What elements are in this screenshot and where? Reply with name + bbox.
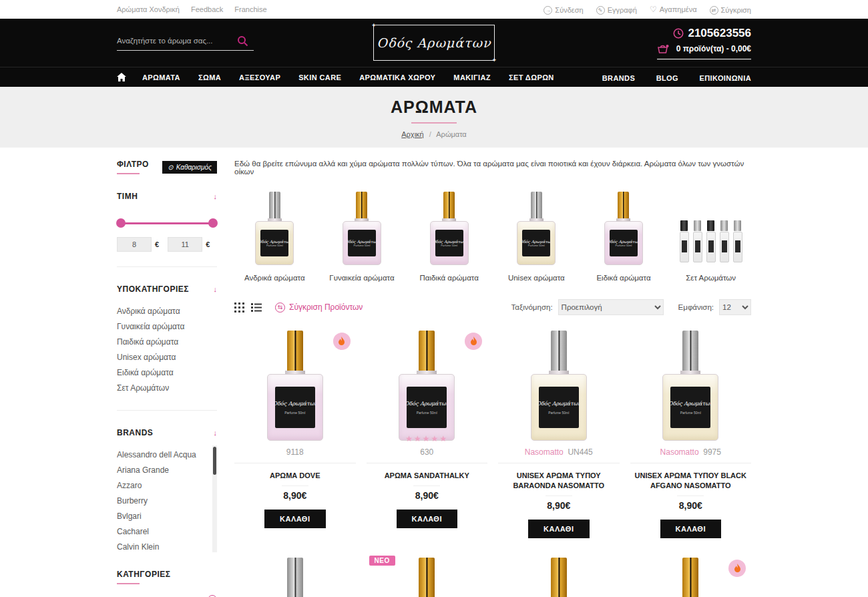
- chevron-down-icon[interactable]: ↓: [214, 285, 218, 293]
- product-image[interactable]: Οδός ΑρωμάτωνParfume 50ml: [498, 326, 620, 441]
- product-name[interactable]: UNISEX ΑΡΩΜΑ ΤΥΠΟΥ BARAONDA NASOMATTO: [502, 471, 616, 491]
- price-max-input[interactable]: [168, 237, 202, 252]
- category-thumb-eidika[interactable]: Οδός ΑρωμάτωνParfume 50ml Ειδικά αρώματα: [584, 190, 664, 282]
- flame-icon: [469, 337, 478, 346]
- site-logo[interactable]: ✦ Οδός Αρωμάτων ✦: [373, 25, 495, 61]
- brand-item[interactable]: Bvlgari: [117, 508, 209, 524]
- nav-skincare[interactable]: SKIN CARE: [298, 73, 341, 81]
- title-divider: [411, 122, 457, 124]
- brands-scrollbar[interactable]: [212, 445, 217, 552]
- product-image[interactable]: Οδός ΑρωμάτωνParfume 50ml ★★★★★: [367, 326, 488, 441]
- product-name[interactable]: ΑΡΩΜΑ SANDATHALKY: [371, 471, 484, 481]
- add-to-cart-button[interactable]: ΚΑΛΑΘΙ: [660, 520, 722, 538]
- home-icon: [117, 73, 126, 81]
- currency-label: €: [155, 240, 159, 248]
- flame-icon: [337, 337, 346, 346]
- subcategory-item[interactable]: Παιδικά αρώματα: [117, 334, 217, 349]
- perfume-bottle-image: Οδός ΑρωμάτωνParfume 50ml: [343, 192, 381, 265]
- site-header: ✦ Οδός Αρωμάτων ✦ 2105623556 0 προϊόν(τα…: [0, 19, 868, 67]
- subcategory-item[interactable]: Σετ Αρωμάτων: [117, 380, 217, 395]
- product-image[interactable]: Οδός ΑρωμάτωνParfume 50ml: [234, 326, 356, 441]
- currency-label: €: [206, 240, 210, 248]
- add-to-cart-button[interactable]: ΚΑΛΑΘΙ: [528, 520, 590, 538]
- card-divider: [498, 463, 620, 463]
- product-name[interactable]: ΑΡΩΜΑ DOVE: [238, 471, 352, 481]
- list-view-button[interactable]: [251, 303, 262, 313]
- category-thumb-gynaikeia[interactable]: Οδός ΑρωμάτωνParfume 50ml Γυναικεία αρώμ…: [322, 190, 403, 282]
- category-thumb-andrika[interactable]: Οδός ΑρωμάτωνParfume 50ml Ανδρικά αρώματ…: [234, 190, 315, 282]
- subcategory-item[interactable]: Γυναικεία αρώματα: [117, 319, 217, 334]
- breadcrumb-home[interactable]: Αρχική: [401, 130, 423, 138]
- product-image[interactable]: Οδός ΑρωμάτωνParfume 50ml: [234, 553, 356, 597]
- chevron-down-icon[interactable]: ↓: [214, 192, 218, 200]
- clear-filters-button[interactable]: ⊙ Καθαρισμός: [162, 161, 217, 174]
- category-thumb-set[interactable]: Σετ Αρωμάτων: [670, 190, 751, 282]
- sort-select[interactable]: Προεπιλογή: [558, 299, 664, 315]
- price-section-title: ΤΙΜΗ: [117, 192, 138, 201]
- slider-handle-min[interactable]: [116, 218, 126, 228]
- subcategory-item[interactable]: Ανδρικά αρώματα: [117, 303, 217, 319]
- compare-icon: ⇄: [710, 6, 718, 15]
- wholesale-link[interactable]: Αρώματα Χονδρική: [117, 5, 180, 13]
- brand-item[interactable]: Cacharel: [117, 524, 209, 539]
- home-button[interactable]: [117, 73, 126, 81]
- feedback-link[interactable]: Feedback: [191, 5, 223, 13]
- nav-makigiaz[interactable]: ΜΑΚΙΓΙΑΖ: [453, 73, 491, 81]
- login-link[interactable]: →Σύνδεση: [544, 6, 583, 15]
- compare-link[interactable]: ⇄Σύγκριση: [710, 6, 751, 15]
- product-image[interactable]: Οδός ΑρωμάτωνParfume 50ml: [630, 553, 752, 597]
- search-input[interactable]: [117, 37, 237, 45]
- franchise-link[interactable]: Franchise: [234, 5, 266, 13]
- brands-scrollbar-thumb[interactable]: [213, 447, 216, 475]
- perfume-bottle-image: Οδός ΑρωμάτωνParfume 50ml: [267, 558, 323, 597]
- breadcrumb: Αρχική / Αρώματα: [0, 130, 868, 138]
- perfume-bottle-image: Οδός ΑρωμάτωνParfume 50ml: [531, 331, 587, 441]
- nav-set-doron[interactable]: ΣΕΤ ΔΩΡΩΝ: [509, 73, 554, 81]
- register-link[interactable]: ✎Εγγραφή: [596, 6, 637, 15]
- category-thumb-unisex[interactable]: Οδός ΑρωμάτωνParfume 50ml Unisex αρώματα: [496, 190, 577, 282]
- nav-axesouar[interactable]: ΑΞΕΣΟΥΑΡ: [239, 73, 280, 81]
- product-brand[interactable]: Nasomatto: [525, 447, 564, 457]
- search-icon[interactable]: [237, 35, 248, 47]
- price-range-slider[interactable]: [117, 218, 217, 228]
- wishlist-link[interactable]: ♡Αγαπημένα: [650, 5, 697, 14]
- compare-products-link[interactable]: ⇆ Σύγκριση Προϊόντων: [275, 303, 363, 313]
- cart-button[interactable]: 0 προϊόν(τα) - 0,00€: [657, 43, 751, 59]
- grid-view-button[interactable]: [234, 303, 244, 313]
- brand-item[interactable]: Azzaro: [117, 477, 209, 493]
- brand-item[interactable]: Ariana Grande: [117, 462, 209, 477]
- product-image[interactable]: Οδός ΑρωμάτωνParfume 50ml: [498, 553, 620, 597]
- card-divider: [367, 463, 488, 463]
- nav-soma[interactable]: ΣΩΜΑ: [198, 73, 221, 81]
- product-brand[interactable]: Nasomatto: [660, 447, 699, 457]
- show-select[interactable]: 12: [719, 299, 751, 315]
- add-to-cart-button[interactable]: ΚΑΛΑΘΙ: [397, 510, 458, 528]
- nav-brands[interactable]: BRANDS: [602, 74, 635, 82]
- cart-summary: 0 προϊόν(τα) - 0,00€: [676, 44, 751, 53]
- top-utility-bar: Αρώματα Χονδρική Feedback Franchise →Σύν…: [0, 0, 868, 19]
- nav-aromatika-xorou[interactable]: ΑΡΩΜΑΤΙΚΑ ΧΩΡΟΥ: [359, 73, 435, 81]
- product-price: 8,90€: [234, 490, 356, 501]
- product-image[interactable]: ΝΕΟ Οδός ΑρωμάτωνParfume 50ml: [367, 553, 488, 597]
- brand-item[interactable]: Burberry: [117, 493, 209, 508]
- name-divider: [677, 495, 704, 496]
- subcategory-item[interactable]: Unisex αρώματα: [117, 349, 217, 365]
- chevron-down-icon[interactable]: ↓: [214, 429, 218, 437]
- product-name[interactable]: UNISEX ΑΡΩΜΑ ΤΥΠΟΥ BLACK AFGANO NASOMATT…: [634, 471, 748, 491]
- nav-epikoinonia[interactable]: ΕΠΙΚΟΙΝΩΝΙΑ: [700, 74, 752, 82]
- product-code: Nasomatto 9975: [630, 441, 752, 463]
- subcategory-item[interactable]: Ειδικά αρώματα: [117, 365, 217, 380]
- logo-ornament: ✦: [491, 57, 497, 63]
- product-image[interactable]: Οδός ΑρωμάτωνParfume 50ml: [630, 326, 752, 441]
- logo-ornament: ✦: [371, 22, 377, 29]
- brand-item[interactable]: Alessandro dell Acqua: [117, 447, 209, 462]
- perfume-bottle-image: Οδός ΑρωμάτωνParfume 50ml: [604, 192, 643, 265]
- nav-aromata[interactable]: ΑΡΩΜΑΤΑ: [142, 73, 180, 81]
- nav-blog[interactable]: BLOG: [656, 74, 678, 82]
- brand-item[interactable]: Calvin Klein: [117, 539, 209, 552]
- add-to-cart-button[interactable]: ΚΑΛΑΘΙ: [264, 510, 326, 528]
- category-thumb-paidika[interactable]: Οδός ΑρωμάτωνParfume 50ml Παιδικά αρώματ…: [409, 190, 489, 282]
- product-price: 8,90€: [630, 500, 752, 511]
- price-min-input[interactable]: [117, 237, 152, 252]
- slider-handle-max[interactable]: [208, 218, 218, 228]
